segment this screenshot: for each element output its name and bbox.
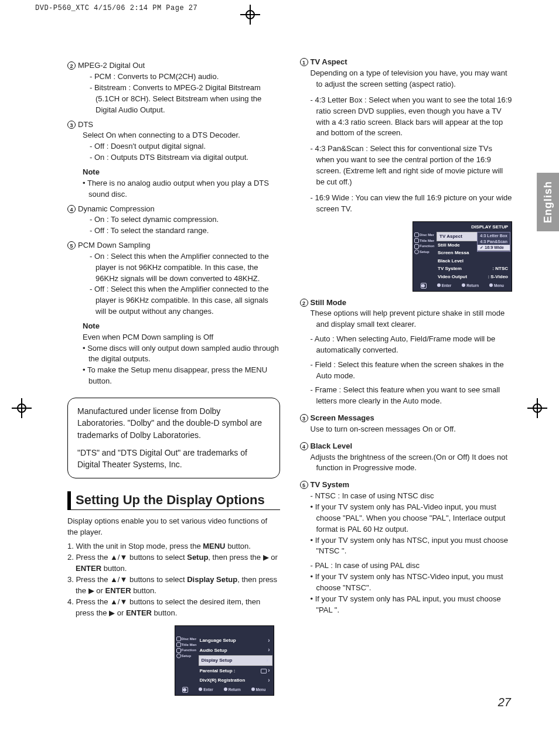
license-dolby: Manufactured under license from Dolby La… bbox=[77, 405, 270, 441]
osd1-foot-return: Return bbox=[224, 687, 241, 693]
tvsys-title: TV System bbox=[311, 480, 349, 489]
osd2-row-video: Video Output bbox=[438, 273, 467, 280]
osd2-foot-return: Return bbox=[462, 283, 479, 289]
gear-icon bbox=[176, 654, 181, 658]
disc-icon bbox=[176, 637, 181, 641]
osd2-val-tvsys: : NTSC bbox=[492, 265, 508, 272]
osd2-opt-169: 16:9 Wide bbox=[478, 245, 510, 251]
left-column: 2MPEG-2 Digital Out - PCM : Converts to … bbox=[67, 57, 280, 698]
osd2-row-tvsys: TV System bbox=[438, 265, 462, 272]
license-dts: "DTS" and "DTS Digital Out" are trademar… bbox=[77, 447, 270, 471]
step-4: 4. Press the ▲/▼ buttons to select the d… bbox=[76, 597, 280, 619]
section-heading: Setting Up the Display Options bbox=[67, 491, 280, 510]
tvaspect-43lb: - 4:3 Letter Box : Select when you want … bbox=[311, 95, 513, 139]
pcmdown-note-lead: Even when PCM Down sampling is Off bbox=[83, 332, 280, 343]
black-title: Black Level bbox=[311, 442, 353, 450]
print-slug: DVD-P560_XTC 4/15/06 2:14 PM Page 27 bbox=[0, 0, 559, 16]
dts-lead: Select On when connecting to a DTS Decod… bbox=[83, 130, 280, 141]
osd2-opt-43ps: 4:3 Pan&Scan bbox=[478, 239, 510, 245]
mpeg2-bitstream: - Bitstream : Converts to MPEG-2 Digital… bbox=[90, 83, 280, 116]
bullet-3-icon: 3 bbox=[67, 121, 76, 129]
osd1-row-language: Language Setup bbox=[200, 637, 236, 644]
black-lead: Adjusts the brightness of the screen.(On… bbox=[311, 452, 513, 474]
function-icon bbox=[414, 244, 419, 249]
bullet-4r-icon: 4 bbox=[300, 442, 308, 450]
dyncomp-title: Dynamic Compression bbox=[78, 204, 155, 213]
mpeg2-title: MPEG-2 Digital Out bbox=[78, 61, 145, 70]
chevron-right-icon bbox=[268, 646, 270, 655]
tvaspect-title: TV Aspect bbox=[311, 57, 347, 66]
chevron-right-icon bbox=[266, 656, 268, 665]
osd1-foot-enter: Enter bbox=[199, 687, 213, 693]
still-lead: These options will help prevent picture … bbox=[311, 308, 513, 330]
osd2-options-popup: 4:3 Letter Box 4:3 Pan&Scan 16:9 Wide bbox=[477, 232, 510, 252]
license-box: Manufactured under license from Dolby La… bbox=[67, 398, 280, 478]
osd1-row-divx: DivX(R) Registration bbox=[200, 677, 246, 684]
chevron-right-icon bbox=[268, 668, 270, 673]
mpeg2-pcm: - PCM : Converts to PCM(2CH) audio. bbox=[90, 71, 280, 83]
pcmdown-note-2: To make the Setup menu disappear, press … bbox=[83, 365, 280, 387]
tvaspect-169: - 16:9 Wide : You can view the full 16:9… bbox=[311, 193, 513, 215]
tvsys-b3: If your TV system only has NTSC-Video in… bbox=[311, 572, 513, 594]
still-auto: - Auto : When selecting Auto, Field/Fram… bbox=[311, 334, 513, 356]
osd2-row-screenmsg: Screen Messa bbox=[438, 249, 469, 256]
bullet-1r-icon: 1 bbox=[300, 58, 308, 66]
osd-display-setup: DISPLAY SETUP Disc Menu Title Menu Funct… bbox=[413, 221, 512, 291]
bullet-4-icon: 4 bbox=[67, 205, 76, 213]
osd1-row-display: Display Setup bbox=[202, 657, 233, 664]
display-steps: Display options enable you to set variou… bbox=[67, 516, 280, 619]
osd-setup-menu: Disc Menu Title Menu Function Setup Lang… bbox=[175, 625, 274, 696]
pcmdown-off: - Off : Select this when the Amplifier c… bbox=[90, 284, 280, 317]
title-icon bbox=[176, 642, 181, 647]
osd2-title: DISPLAY SETUP bbox=[413, 222, 512, 232]
chevron-right-icon bbox=[268, 676, 270, 685]
tvsys-b4: If your TV system only has PAL input, yo… bbox=[311, 594, 513, 616]
tvaspect-lead: Depending on a type of television you ha… bbox=[311, 68, 513, 90]
disc-icon bbox=[414, 232, 419, 237]
dts-off: - Off : Doesn't output digital signal. bbox=[90, 141, 280, 152]
dts-on: - On : Outputs DTS Bitstream via digital… bbox=[90, 152, 280, 163]
pcmdown-note-label: Note bbox=[83, 321, 280, 332]
osd2-row-tvaspect: TV Aspect bbox=[439, 233, 462, 240]
osd1-foot-menu: Menu bbox=[251, 687, 266, 693]
still-field: - Field : Select this feature when the s… bbox=[311, 360, 513, 382]
still-title: Still Mode bbox=[311, 298, 346, 307]
dyncomp-on: - On : To select dynamic compression. bbox=[90, 214, 280, 225]
dpad-icon bbox=[182, 687, 188, 693]
lock-icon bbox=[261, 669, 267, 673]
right-column: 1TV Aspect Depending on a type of televi… bbox=[300, 57, 513, 698]
dts-note-label: Note bbox=[83, 167, 280, 178]
pcmdown-on: - On : Select this when the Amplifier co… bbox=[90, 251, 280, 285]
bullet-2-icon: 2 bbox=[67, 61, 76, 70]
tvsys-b2: If your TV system only has NTSC, input y… bbox=[311, 535, 513, 557]
bullet-5r-icon: 5 bbox=[300, 481, 308, 489]
step-1: 1. With the unit in Stop mode, press the… bbox=[76, 541, 280, 552]
tvaspect-43ps: - 4:3 Pan&Scan : Select this for convent… bbox=[311, 143, 513, 187]
osd2-foot-menu: Menu bbox=[489, 283, 504, 289]
still-frame: - Frame : Select this feature when you w… bbox=[311, 385, 513, 407]
osd2-row-still: Still Mode bbox=[438, 242, 460, 249]
osd1-row-audio: Audio Setup bbox=[200, 647, 227, 654]
osd2-val-video: : S-Video bbox=[488, 273, 508, 280]
osd2-row-black: Black Level bbox=[438, 258, 463, 265]
osd1-row-parental: Parental Setup : bbox=[200, 668, 236, 675]
page-number: 27 bbox=[498, 694, 511, 711]
dts-note-1: There is no analog audio output when you… bbox=[83, 178, 280, 200]
screenmsg-title: Screen Messages bbox=[311, 413, 374, 422]
display-intro: Display options enable you to set variou… bbox=[67, 516, 280, 538]
tvsys-b1: If your TV system only has PAL-Video inp… bbox=[311, 502, 513, 535]
function-icon bbox=[176, 648, 181, 653]
title-icon bbox=[414, 238, 419, 243]
tvsys-ntsc: - NTSC : In case of using NTSC disc bbox=[311, 491, 513, 502]
bullet-5-icon: 5 bbox=[67, 241, 76, 249]
osd2-foot-enter: Enter bbox=[437, 283, 452, 289]
gear-icon bbox=[414, 249, 419, 254]
pcmdown-note-1: Some discs will only output down sampled… bbox=[83, 343, 280, 365]
screenmsg-lead: Use to turn on-screen messages On or Off… bbox=[311, 424, 513, 435]
bullet-2r-icon: 2 bbox=[300, 299, 308, 307]
dts-title: DTS bbox=[78, 120, 93, 129]
osd2-opt-43lb: 4:3 Letter Box bbox=[478, 233, 510, 239]
dpad-icon bbox=[421, 283, 427, 289]
chevron-right-icon bbox=[268, 637, 270, 645]
dyncomp-off: - Off : To select the standard range. bbox=[90, 225, 280, 237]
